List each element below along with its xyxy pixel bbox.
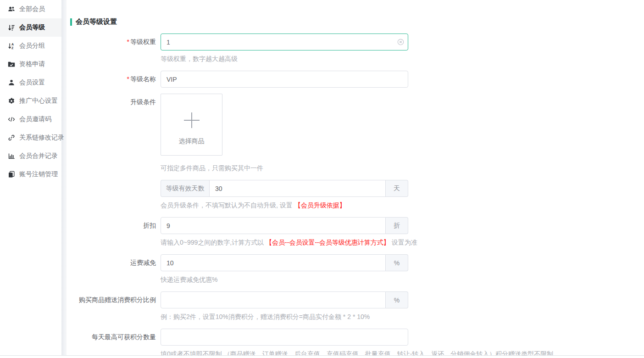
form-item-level-weight: *等级权重 等级权重，数字越大越高级: [70, 34, 644, 63]
discount-input[interactable]: [161, 217, 386, 234]
upgrade-basis-link[interactable]: 【会员升级依据】: [294, 201, 346, 209]
valid-days-unit: 天: [386, 180, 408, 197]
select-goods-label: 选择商品: [179, 137, 205, 145]
form-item-upgrade-condition: 升级条件 选择商品 可指定多件商品，只需购买其中一件: [70, 94, 644, 172]
member-level-settings-panel: 会员等级设置 *等级权重 等级权重，数字越大越高级 *等级名称: [67, 0, 644, 358]
select-goods-button[interactable]: 选择商品: [161, 94, 222, 156]
sidebar-item-label: 账号注销管理: [19, 170, 58, 179]
sidebar-item-label: 关系链修改记录: [19, 134, 64, 142]
form-item-level-name: *等级名称: [70, 71, 644, 88]
svg-text:A: A: [11, 43, 14, 46]
sidebar-item-label: 会员邀请码: [19, 115, 51, 123]
sidebar-item-label: 全部会员: [19, 5, 45, 13]
sidebar-item-relation-log[interactable]: 关系链修改记录: [0, 129, 61, 147]
level-weight-input[interactable]: [161, 34, 408, 50]
users-icon: [8, 6, 15, 13]
svg-text:Z: Z: [11, 46, 14, 50]
copy-icon: [8, 171, 15, 178]
valid-days-prepend: 等级有效天数: [161, 180, 209, 197]
discount-unit: 折: [386, 217, 408, 234]
sidebar-item-member-level[interactable]: 会员等级: [0, 18, 61, 37]
sort-amount-icon: [8, 24, 15, 31]
form-item-points-ratio: 购买商品赠送消费积分比例 % 例：购买2件，设置10%消费积分，赠送消费积分=商…: [70, 291, 644, 321]
sidebar-item-label: 会员分组: [19, 42, 45, 50]
gear-icon: [8, 97, 15, 105]
sidebar-item-all-members[interactable]: 全部会员: [0, 0, 61, 18]
link-icon: [8, 134, 15, 141]
points-ratio-input[interactable]: [161, 291, 386, 308]
discount-help: 请输入0~999之间的数字,计算方式以 【会员--会员设置--会员等级优惠计算方…: [161, 238, 417, 246]
required-mark: *: [127, 75, 129, 83]
level-name-label: *等级名称: [70, 71, 156, 88]
folder-check-icon: [8, 61, 15, 68]
sidebar-item-invite-code[interactable]: 会员邀请码: [0, 110, 61, 129]
level-name-input[interactable]: [161, 71, 408, 88]
form-item-valid-days: 等级有效天数 天 会员升级条件，不填写默认为不自动升级, 设置 【会员升级依据】: [70, 180, 644, 209]
clear-input-icon[interactable]: [397, 39, 404, 45]
sidebar-item-member-group[interactable]: AZ 会员分组: [0, 37, 61, 55]
form-item-discount: 折扣 折 请输入0~999之间的数字,计算方式以 【会员--会员设置--会员等级…: [70, 217, 644, 246]
page-title-text: 会员等级设置: [76, 17, 117, 26]
plus-icon: [184, 112, 200, 128]
bar-chart-icon: [8, 152, 15, 160]
daily-points-cap-label: 每天最高可获积分数量: [70, 329, 156, 358]
shipping-discount-help: 快递运费减免优惠%: [161, 275, 217, 284]
sidebar-item-account-cancel[interactable]: 账号注销管理: [0, 165, 61, 184]
level-weight-help: 等级权重，数字越大越高级: [161, 55, 238, 63]
form-item-daily-points-cap: 每天最高可获积分数量 填0或者不填即不限制,（商品赠送、订单赠送、后台充值、充值…: [70, 329, 644, 358]
title-accent-bar: [70, 18, 72, 26]
valid-days-input[interactable]: [209, 180, 386, 197]
sidebar-item-label: 推广中心设置: [19, 97, 58, 105]
footer-divider: [0, 355, 644, 358]
points-ratio-unit: %: [386, 291, 408, 308]
shipping-discount-unit: %: [386, 254, 408, 271]
form-item-shipping-discount: 运费减免 % 快递运费减免优惠%: [70, 254, 644, 284]
required-mark: *: [127, 38, 129, 45]
page-title: 会员等级设置: [70, 17, 644, 26]
sidebar-shadow-gap: [61, 0, 67, 358]
discount-label: 折扣: [70, 217, 156, 246]
sidebar-item-label: 会员设置: [19, 78, 45, 87]
points-ratio-label: 购买商品赠送消费积分比例: [70, 291, 156, 321]
sidebar-item-merge-log[interactable]: 会员合并记录: [0, 147, 61, 165]
sidebar-item-promotion-settings[interactable]: 推广中心设置: [0, 92, 61, 110]
user-icon: [8, 79, 15, 86]
sidebar: 全部会员 会员等级 AZ 会员分组 资格申请 会员设置 推广中心设置 会员邀请: [0, 0, 61, 358]
daily-points-cap-input[interactable]: [161, 329, 408, 346]
sidebar-item-label: 资格申请: [19, 60, 45, 68]
sidebar-item-qualification[interactable]: 资格申请: [0, 55, 61, 73]
sidebar-item-member-settings[interactable]: 会员设置: [0, 73, 61, 92]
level-weight-label: *等级权重: [70, 34, 156, 63]
code-icon: [8, 116, 15, 123]
shipping-discount-label: 运费减免: [70, 254, 156, 284]
points-ratio-help: 例：购买2件，设置10%消费积分，赠送消费积分=商品实付金额 * 2 * 10%: [161, 313, 370, 321]
upgrade-condition-label: 升级条件: [70, 94, 156, 172]
valid-days-label: [70, 180, 156, 209]
sidebar-item-label: 会员合并记录: [19, 152, 58, 160]
sidebar-item-label: 会员等级: [19, 23, 45, 32]
valid-days-help: 会员升级条件，不填写默认为不自动升级, 设置 【会员升级依据】: [161, 201, 346, 209]
sort-alpha-icon: AZ: [8, 42, 15, 50]
upgrade-condition-help: 可指定多件商品，只需购买其中一件: [161, 164, 263, 172]
shipping-discount-input[interactable]: [161, 254, 386, 271]
member-level-form: *等级权重 等级权重，数字越大越高级 *等级名称 升级条件: [70, 34, 644, 358]
discount-calc-link[interactable]: 【会员--会员设置--会员等级优惠计算方式】: [266, 239, 390, 246]
